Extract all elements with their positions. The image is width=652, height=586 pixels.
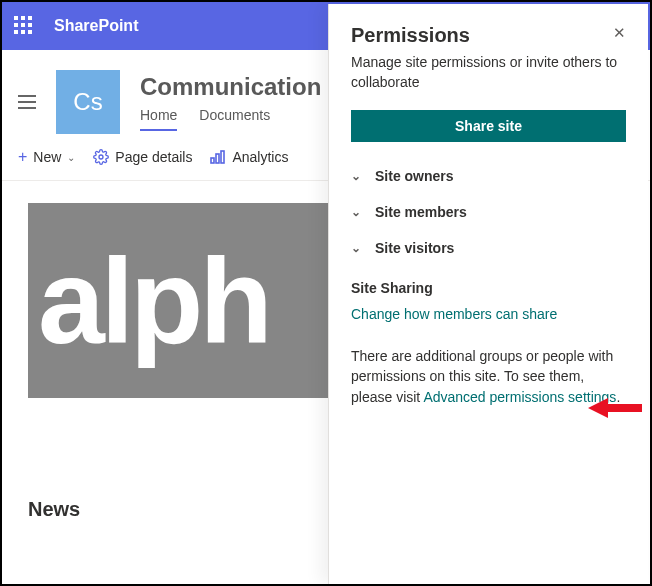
nav-home[interactable]: Home	[140, 107, 177, 131]
svg-rect-3	[221, 151, 224, 163]
brand-label[interactable]: SharePoint	[54, 17, 138, 35]
svg-rect-2	[216, 154, 219, 163]
gear-icon	[93, 149, 109, 165]
site-members-row[interactable]: ⌄ Site members	[351, 194, 626, 230]
annotation-arrow	[588, 396, 642, 420]
arrow-left-icon	[588, 396, 642, 420]
svg-rect-1	[211, 158, 214, 163]
analytics-label: Analytics	[232, 149, 288, 165]
app-launcher-icon[interactable]	[14, 16, 34, 36]
chevron-down-icon: ⌄	[351, 205, 361, 219]
site-owners-row[interactable]: ⌄ Site owners	[351, 158, 626, 194]
new-label: New	[33, 149, 61, 165]
page-details-button[interactable]: Page details	[93, 149, 192, 165]
close-icon[interactable]: ✕	[613, 24, 626, 42]
page-details-label: Page details	[115, 149, 192, 165]
site-nav: Home Documents	[140, 107, 321, 131]
panel-subtitle: Manage site permissions or invite others…	[351, 53, 626, 92]
site-title: Communication	[140, 73, 321, 101]
menu-icon[interactable]	[18, 95, 36, 109]
change-share-link[interactable]: Change how members can share	[351, 306, 626, 322]
site-members-label: Site members	[375, 204, 467, 220]
svg-marker-4	[588, 398, 642, 418]
chevron-down-icon: ⌄	[351, 241, 361, 255]
permissions-panel: Permissions ✕ Manage site permissions or…	[328, 4, 648, 584]
hero-text: alph	[38, 241, 269, 361]
plus-icon: +	[18, 148, 27, 166]
nav-documents[interactable]: Documents	[199, 107, 270, 131]
site-sharing-heading: Site Sharing	[351, 280, 626, 296]
new-button[interactable]: + New ⌄	[18, 148, 75, 166]
analytics-button[interactable]: Analytics	[210, 149, 288, 165]
chevron-down-icon: ⌄	[351, 169, 361, 183]
site-visitors-label: Site visitors	[375, 240, 454, 256]
site-visitors-row[interactable]: ⌄ Site visitors	[351, 230, 626, 266]
svg-point-0	[99, 155, 103, 159]
share-site-button[interactable]: Share site	[351, 110, 626, 142]
chevron-down-icon: ⌄	[67, 152, 75, 163]
panel-title: Permissions	[351, 24, 470, 47]
analytics-icon	[210, 150, 226, 164]
site-logo[interactable]: Cs	[56, 70, 120, 134]
additional-permissions-text: There are additional groups or people wi…	[351, 346, 626, 407]
site-owners-label: Site owners	[375, 168, 454, 184]
